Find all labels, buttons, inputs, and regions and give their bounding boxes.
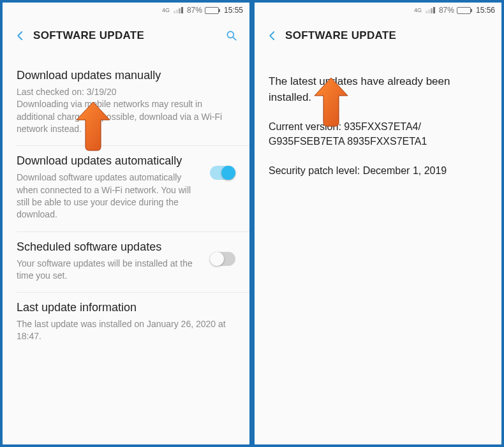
search-icon xyxy=(225,29,238,42)
last-update-info-desc: The last update was installed on January… xyxy=(17,318,235,343)
page-title: SOFTWARE UPDATE xyxy=(33,29,219,42)
status-clock: 15:55 xyxy=(224,6,243,15)
download-auto-toggle[interactable] xyxy=(210,166,235,180)
back-icon xyxy=(15,30,26,41)
download-manually-item[interactable]: Download updates manually Last checked o… xyxy=(3,60,249,145)
download-manually-desc: Last checked on: 3/19/20 Downloading via… xyxy=(17,86,235,135)
app-bar: SOFTWARE UPDATE xyxy=(3,18,249,54)
scheduled-updates-desc: Your software updates will be installed … xyxy=(17,258,202,282)
scheduled-updates-toggle[interactable] xyxy=(210,252,235,266)
scheduled-updates-item[interactable]: Scheduled software updates Your software… xyxy=(3,231,249,293)
signal-icon xyxy=(174,7,183,13)
update-result: The latest updates have already been ins… xyxy=(255,54,501,178)
svg-point-0 xyxy=(227,31,233,38)
svg-line-1 xyxy=(233,38,236,40)
app-bar: SOFTWARE UPDATE xyxy=(255,18,501,54)
battery-icon xyxy=(205,7,219,14)
page-title: SOFTWARE UPDATE xyxy=(285,29,496,42)
settings-list: Download updates manually Last checked o… xyxy=(3,54,249,353)
phone-left: 4G 87% 15:55 SOFTWARE UPDATE Download up… xyxy=(0,0,252,447)
download-auto-item[interactable]: Download updates automatically Download … xyxy=(3,145,249,231)
download-manually-title: Download updates manually xyxy=(17,69,235,82)
back-icon xyxy=(267,30,278,41)
download-auto-title: Download updates automatically xyxy=(17,154,202,168)
security-patch-level: Security patch level: December 1, 2019 xyxy=(269,163,487,178)
search-button[interactable] xyxy=(219,23,244,48)
battery-icon xyxy=(457,7,471,14)
back-button[interactable] xyxy=(260,23,285,48)
phone-right: 4G 87% 15:56 SOFTWARE UPDATE The latest … xyxy=(252,0,504,447)
download-auto-desc: Download software updates automatically … xyxy=(17,172,202,221)
status-bar: 4G 87% 15:55 xyxy=(3,3,249,18)
version-info: Current version: 935FXXS7ETA4/ G935FSEB7… xyxy=(269,119,487,149)
signal-icon xyxy=(426,7,435,13)
network-label: 4G xyxy=(162,8,170,13)
battery-percent: 87% xyxy=(439,6,454,15)
last-update-info-title: Last update information xyxy=(17,301,235,314)
back-button[interactable] xyxy=(8,23,33,48)
network-label: 4G xyxy=(414,8,422,13)
battery-percent: 87% xyxy=(187,6,202,15)
status-bar: 4G 87% 15:56 xyxy=(255,3,501,18)
status-clock: 15:56 xyxy=(476,6,495,15)
update-message: The latest updates have already been ins… xyxy=(269,74,487,105)
last-update-info-item[interactable]: Last update information The last update … xyxy=(3,292,249,353)
version-label: Current version: xyxy=(269,121,341,132)
scheduled-updates-title: Scheduled software updates xyxy=(17,240,202,254)
